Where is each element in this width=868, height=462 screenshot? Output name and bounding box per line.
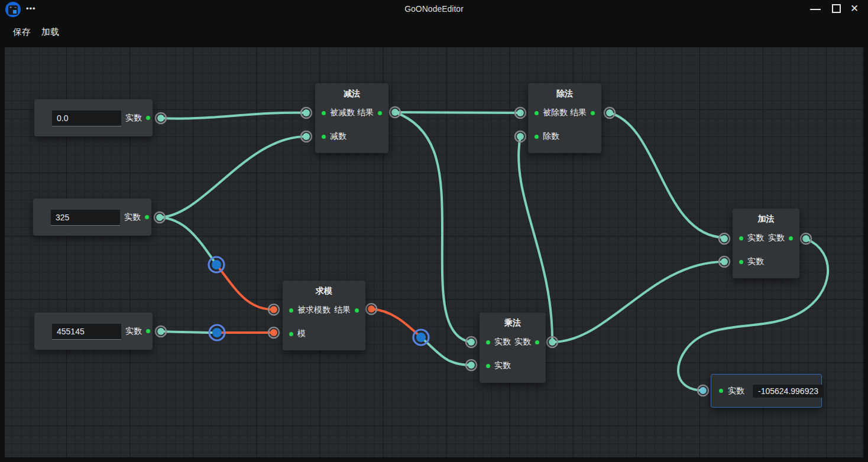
port-label: 实数 bbox=[514, 337, 531, 347]
node-divide[interactable]: 除法 被除数 除数 结果 bbox=[528, 83, 601, 153]
port-label: 结果 bbox=[357, 108, 374, 118]
type-dot-icon bbox=[355, 308, 359, 313]
value-input[interactable] bbox=[51, 210, 120, 226]
node-subtract[interactable]: 减法 被减数 减数 结果 bbox=[315, 83, 388, 153]
type-dot-icon bbox=[486, 340, 490, 344]
type-dot-icon bbox=[739, 236, 743, 240]
node-add[interactable]: 加法 实数 实数 实数 bbox=[733, 209, 799, 278]
port-label: 除数 bbox=[543, 131, 559, 142]
port-label: 实数 bbox=[125, 326, 142, 337]
type-dot-icon bbox=[535, 111, 539, 115]
type-dot-icon bbox=[146, 116, 150, 120]
wire-inputA-to-subtract[interactable] bbox=[161, 113, 306, 119]
node-title: 加法 bbox=[733, 214, 799, 225]
port-label: 实数 bbox=[494, 337, 511, 347]
node-modulo[interactable]: 求模 被求模数 模 结果 bbox=[283, 281, 365, 350]
node-title: 除法 bbox=[528, 89, 601, 99]
type-dot-icon bbox=[535, 135, 539, 139]
type-dot-icon bbox=[591, 111, 595, 115]
port-label: 被求模数 bbox=[297, 305, 331, 315]
port-label: 被除数 bbox=[543, 108, 568, 118]
port-label: 实数 bbox=[768, 233, 785, 243]
node-input-c[interactable]: 实数 bbox=[34, 313, 153, 350]
type-dot-icon bbox=[378, 111, 382, 115]
wire-divide-to-add[interactable] bbox=[610, 113, 724, 237]
value-input[interactable] bbox=[52, 324, 121, 340]
port-label: 被减数 bbox=[330, 108, 355, 118]
wire-subtract-to-divide[interactable] bbox=[395, 112, 520, 113]
wire-inputB-to-subtract[interactable] bbox=[160, 136, 306, 217]
type-dot-icon bbox=[289, 308, 293, 313]
port-label: 模 bbox=[297, 328, 306, 339]
port-label: 实数 bbox=[125, 113, 142, 123]
port-label: 实数 bbox=[747, 256, 764, 267]
type-dot-icon bbox=[739, 260, 743, 264]
wire-inputB-to-reroute1[interactable] bbox=[160, 217, 216, 265]
node-title: 求模 bbox=[283, 286, 365, 297]
reroute-point-1[interactable] bbox=[209, 257, 224, 272]
type-dot-icon bbox=[146, 329, 150, 333]
node-title: 减法 bbox=[315, 89, 388, 99]
type-dot-icon bbox=[322, 111, 326, 115]
node-input-b[interactable]: 实数 bbox=[33, 199, 151, 236]
port-label: 结果 bbox=[334, 305, 351, 315]
wire-reroute1-to-modulo[interactable] bbox=[216, 265, 274, 310]
node-multiply[interactable]: 乘法 实数 实数 实数 bbox=[480, 313, 546, 383]
port-add-in-1[interactable] bbox=[719, 233, 730, 244]
type-dot-icon bbox=[719, 389, 723, 393]
value-input[interactable] bbox=[52, 110, 121, 126]
port-label: 减数 bbox=[330, 131, 346, 142]
node-input-a[interactable]: 实数 bbox=[34, 99, 153, 136]
port-label: 实数 bbox=[494, 360, 511, 371]
type-dot-icon bbox=[322, 135, 326, 139]
output-value: -105624.996923 bbox=[753, 385, 824, 398]
node-title: 乘法 bbox=[480, 318, 546, 328]
type-dot-icon bbox=[289, 332, 293, 336]
port-label: 实数 bbox=[728, 386, 744, 396]
type-dot-icon bbox=[789, 236, 793, 240]
node-output[interactable]: 实数 -105624.996923 bbox=[711, 374, 822, 408]
wire-multiply-to-add[interactable] bbox=[552, 262, 724, 342]
type-dot-icon bbox=[486, 364, 490, 368]
port-label: 实数 bbox=[747, 233, 764, 243]
wire-multiply-to-divide-divisor[interactable] bbox=[519, 136, 552, 340]
reroute-point-3[interactable] bbox=[413, 330, 429, 345]
port-add-out[interactable] bbox=[801, 233, 811, 244]
port-label: 实数 bbox=[124, 212, 141, 223]
port-label: 结果 bbox=[570, 108, 587, 118]
type-dot-icon bbox=[145, 215, 149, 219]
type-dot-icon bbox=[535, 340, 539, 344]
wire-subtract-to-multiply[interactable] bbox=[395, 112, 471, 342]
